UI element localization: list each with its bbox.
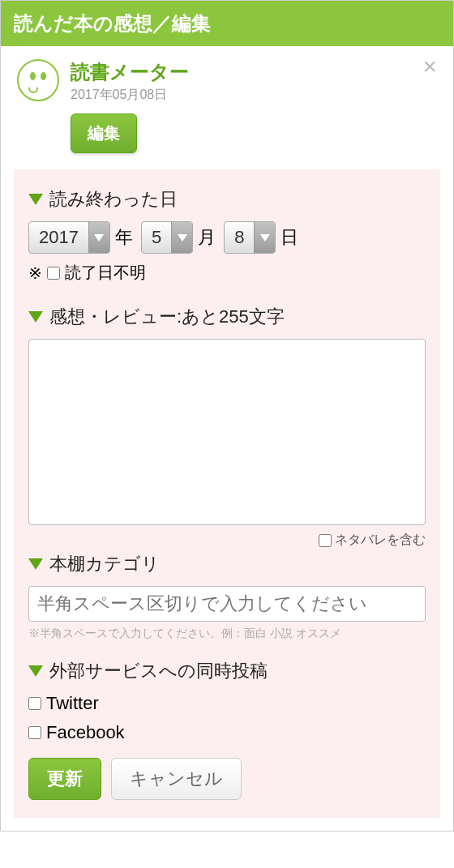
user-info: 読書メーター 2017年05月08日 編集 [71,59,189,153]
external-list: Twitter Facebook [28,693,426,743]
dialog-title: 読んだ本の感想／編集 [1,1,453,46]
cancel-button[interactable]: キャンセル [111,758,242,800]
chevron-down-icon [88,221,109,254]
year-suffix: 年 [115,225,133,250]
section-finished-date: 読み終わった日 [28,187,426,212]
shelf-input[interactable] [28,586,426,622]
edit-dialog: 読んだ本の感想／編集 読書メーター 2017年05月08日 編集 × 読み終わっ… [0,0,454,832]
triangle-down-icon [28,665,43,677]
button-row: 更新 キャンセル [28,758,426,800]
twitter-checkbox[interactable] [28,697,41,710]
date-row: 2017 年 5 月 8 日 [28,221,426,254]
month-suffix: 月 [198,225,216,250]
day-suffix: 日 [281,225,298,250]
user-name: 読書メーター [71,59,189,85]
section-review: 感想・レビュー:あと255文字 [28,305,426,329]
twitter-option[interactable]: Twitter [28,693,426,714]
triangle-down-icon [28,194,43,205]
facebook-option[interactable]: Facebook [28,722,426,743]
edit-button[interactable]: 編集 [71,113,137,153]
user-row: 読書メーター 2017年05月08日 編集 × [1,46,453,169]
section-shelf: 本棚カテゴリ [28,552,426,576]
chevron-down-icon [254,221,275,254]
spoiler-checkbox[interactable] [319,534,332,547]
review-textarea[interactable] [28,339,426,525]
spoiler-row: ネタバレを含む [28,532,426,549]
close-icon[interactable]: × [422,54,437,79]
shelf-hint: ※半角スペースで入力してください。例：面白 小説 オススメ [28,626,426,641]
date-unknown-row: ※ 読了日不明 [28,262,426,284]
form-panel: 読み終わった日 2017 年 5 月 8 日 ※ 読了日不明 感想・レビュー:あ… [14,169,440,818]
date-unknown-label: 読了日不明 [65,262,146,284]
day-select[interactable]: 8 [224,221,276,254]
section-external: 外部サービスへの同時投稿 [28,659,426,683]
update-button[interactable]: 更新 [28,758,101,800]
date-unknown-checkbox[interactable] [47,267,60,280]
triangle-down-icon [28,558,43,570]
triangle-down-icon [28,311,43,323]
user-date: 2017年05月08日 [71,87,189,104]
facebook-checkbox[interactable] [28,726,41,739]
month-select[interactable]: 5 [141,221,193,254]
avatar-icon [17,59,59,101]
year-select[interactable]: 2017 [28,221,110,254]
spoiler-label: ネタバレを含む [335,532,426,549]
asterisk-note: ※ [28,263,42,283]
chevron-down-icon [171,221,192,254]
